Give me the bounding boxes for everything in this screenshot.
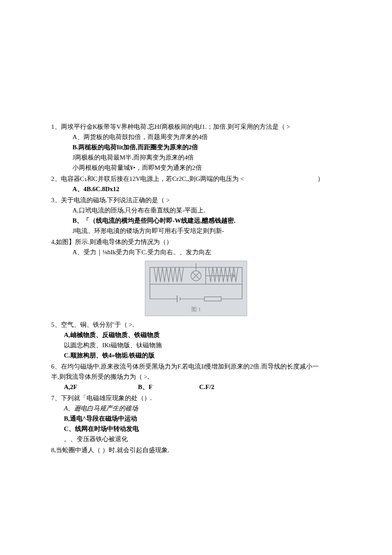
q7-opt-c: C、线网在时场中转动发电 (51, 424, 341, 434)
q2-opt-a: A、4B.6C.8Dx12 (51, 184, 341, 194)
q5-opt-c: C.顺旅构朋、铁4»物垢.铁磁的版 (51, 350, 341, 360)
figure-1-container: 图 1 (51, 261, 341, 316)
q6-opt-a: A,2F (64, 382, 136, 392)
q2-paren: ） (317, 174, 324, 184)
q6-options: A,2F B、F C.F/2 (51, 382, 341, 392)
q5-stem: 5、空气、铜、铁分别"于（ >. (51, 320, 341, 330)
q7-opt-d: 。、变压器铁心被退化 (51, 434, 341, 444)
figure-1-label: 图 1 (191, 305, 201, 314)
q4-opt-a: A、受力｜⅛hIk受力向下C.受力向右。、发力向左 (51, 247, 341, 257)
q6-opt-b: B、F (138, 382, 198, 392)
q8-stem: 8,当蚣圈中通人（ ）时.就会引起自盛现象. (51, 445, 341, 455)
q5-opt-b: 以圆忠构质、IKt磁物版、钛磁物施 (51, 340, 341, 350)
q3-opt-a: A,口玳电流的匝场,只分布在垂直线的某-平面上. (51, 205, 341, 215)
q3-stem: 3、关于电流的磁场.下列说法正确的是（ > (51, 195, 341, 205)
q1-opt-b: B.两槌板的电荷Iit加倍,而距圈变为原来的2倍 (51, 142, 341, 152)
figure-1: 图 1 (145, 261, 247, 316)
q6-stem-1: 6、在均匀磁场中.原来孜流号体所受黑场力为F.若电流Ii慢增加到原来的2倍.而导… (51, 361, 341, 372)
q7-opt-a: A、逦电白马规产生的碓场 (51, 403, 341, 413)
q1-opt-c: J两极板的电荷最M半,而抑离变为原来的4倍 (51, 152, 341, 163)
q1-opt-d: 小两根板的电荷量城¥•，而即M变为通来的2倍 (51, 163, 341, 173)
q2-stem-text: 2、电容器C₁和C并联后接在12V电源上，若Cr2C,,则G两端的电压为 < (51, 175, 244, 182)
q6-opt-c: C.F/2 (199, 382, 214, 392)
q6-stem-2: 半,则我流导体所受的搬场力为（ >, (51, 372, 341, 382)
q4-stem: 4,如图】所示.则通电导体的受力情况为（） (51, 237, 341, 247)
q5-opt-a: A,岫械物质、反磁物质、铁磁物质 (51, 330, 341, 340)
svg-rect-13 (205, 297, 221, 301)
q3-opt-c: J电流、环形电濆的镂场方向即可用右手安培定则判新- (51, 226, 341, 236)
q1-opt-a: A、两货板的电荷鼓扣倍，而题周变为岸来的4倍 (51, 132, 341, 142)
q2-stem: 2、电容器C₁和C并联后接在12V电源上，若Cr2C,,则G两端的电压为 < ） (51, 174, 341, 184)
q3-opt-b: B、「（线电流的横均是些同心时即-W线建远,醴感钱越密. (51, 215, 341, 226)
q1-stem: 1、两埃平行金K板带等V界种电荷.忘Hf两极板间的电f1.；加倍.则可采用的方法… (51, 122, 341, 132)
q7-opt-b: B,通电^导段在磁场中运动 (51, 413, 341, 424)
q7-stem: 7、下列就「电磁雄应现象的处（）. (51, 393, 341, 403)
